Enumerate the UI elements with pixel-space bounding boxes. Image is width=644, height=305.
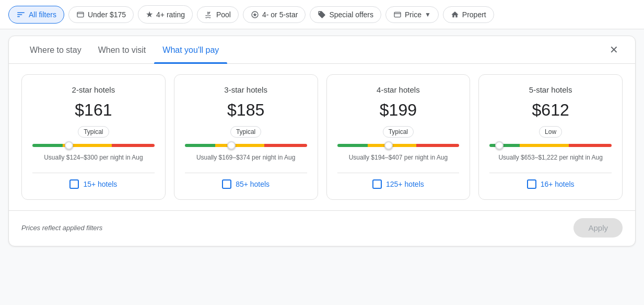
under-175-label: Under $175 bbox=[88, 10, 126, 19]
tab-when-to-visit[interactable]: When to visit bbox=[90, 36, 155, 63]
rating-filter-button[interactable]: ★ 4+ rating bbox=[138, 5, 193, 24]
five-star-checkbox-row: 16+ hotels bbox=[489, 173, 612, 189]
four-star-checkbox-label[interactable]: 125+ hotels bbox=[386, 180, 424, 188]
four-star-range-section: Typical Usually $194–$407 per night in A… bbox=[337, 126, 460, 162]
five-star-note: Usually $653–$1,222 per night in Aug bbox=[498, 153, 602, 162]
pool-filter-button[interactable]: Pool bbox=[197, 6, 239, 23]
tabs-bar: Where to stay When to visit What you'll … bbox=[9, 36, 635, 64]
star-rating-label: 4- or 5-star bbox=[262, 10, 298, 19]
three-star-card: 3-star hotels $185 Typical Usually $169–… bbox=[174, 74, 318, 200]
four-star-note: Usually $194–$407 per night in Aug bbox=[349, 153, 448, 162]
special-offers-filter-button[interactable]: Special offers bbox=[310, 6, 381, 23]
two-star-checkbox-label[interactable]: 15+ hotels bbox=[83, 180, 117, 188]
svg-rect-2 bbox=[394, 12, 401, 17]
apply-button[interactable]: Apply bbox=[573, 218, 623, 238]
tab-where-to-stay[interactable]: Where to stay bbox=[21, 36, 90, 63]
four-star-badge: Typical bbox=[383, 126, 414, 138]
pool-label: Pool bbox=[216, 10, 231, 19]
two-star-card: 2-star hotels $161 Typical Usually $124–… bbox=[21, 74, 166, 200]
all-filters-label: All filters bbox=[29, 10, 56, 19]
rating-label: 4+ rating bbox=[156, 10, 185, 19]
close-button[interactable]: ✕ bbox=[605, 39, 623, 60]
three-star-thumb[interactable] bbox=[227, 141, 236, 150]
two-star-checkbox[interactable] bbox=[69, 179, 79, 189]
five-star-price: $612 bbox=[532, 100, 569, 120]
five-star-title: 5-star hotels bbox=[529, 85, 572, 94]
hotel-cards-container: 2-star hotels $161 Typical Usually $124–… bbox=[9, 64, 635, 210]
special-offers-label: Special offers bbox=[329, 10, 373, 19]
five-star-card: 5-star hotels $612 Low Usually $653–$1,2… bbox=[478, 74, 623, 200]
two-star-note: Usually $124–$300 per night in Aug bbox=[44, 153, 143, 162]
property-filter-button[interactable]: Propert bbox=[443, 6, 494, 23]
five-star-thumb[interactable] bbox=[495, 141, 504, 150]
two-star-price: $161 bbox=[75, 100, 112, 120]
five-star-checkbox-label[interactable]: 16+ hotels bbox=[541, 180, 575, 188]
property-label: Propert bbox=[462, 10, 486, 19]
four-star-checkbox[interactable] bbox=[372, 179, 382, 189]
all-filters-button[interactable]: All filters bbox=[8, 6, 64, 24]
two-star-checkbox-row: 15+ hotels bbox=[32, 173, 155, 189]
four-star-checkbox-row: 125+ hotels bbox=[337, 173, 460, 189]
five-star-range-section: Low Usually $653–$1,222 per night in Aug bbox=[489, 126, 612, 162]
svg-rect-0 bbox=[77, 12, 84, 17]
two-star-slider[interactable] bbox=[32, 144, 155, 147]
home-icon bbox=[451, 10, 459, 19]
five-star-badge: Low bbox=[539, 126, 562, 138]
footer-note: Prices reflect applied filters bbox=[21, 224, 102, 232]
chevron-down-icon: ▼ bbox=[425, 11, 431, 18]
four-star-price: $199 bbox=[380, 100, 417, 120]
three-star-price: $185 bbox=[227, 100, 264, 120]
circle-star-icon bbox=[251, 10, 259, 19]
three-star-checkbox[interactable] bbox=[222, 179, 231, 189]
four-star-title: 4-star hotels bbox=[377, 85, 420, 94]
price-dropdown-button[interactable]: Price ▼ bbox=[385, 6, 439, 23]
filter-bar: All filters Under $175 ★ 4+ rating Pool bbox=[0, 0, 644, 29]
three-star-slider[interactable] bbox=[185, 144, 307, 147]
pool-icon bbox=[205, 10, 213, 19]
photo-icon bbox=[76, 10, 85, 19]
five-star-checkbox[interactable] bbox=[527, 179, 536, 189]
four-star-card: 4-star hotels $199 Typical Usually $194–… bbox=[326, 74, 471, 200]
price-filter-button[interactable]: Under $175 bbox=[68, 6, 134, 23]
three-star-title: 3-star hotels bbox=[224, 85, 267, 94]
price-icon bbox=[393, 10, 402, 19]
three-star-checkbox-row: 85+ hotels bbox=[185, 173, 307, 189]
panel-footer: Prices reflect applied filters Apply bbox=[9, 210, 635, 246]
main-panel: Where to stay When to visit What you'll … bbox=[8, 36, 636, 246]
three-star-note: Usually $169–$374 per night in Aug bbox=[196, 153, 295, 162]
star-icon: ★ bbox=[146, 9, 153, 19]
three-star-badge: Typical bbox=[230, 126, 261, 138]
two-star-range-section: Typical Usually $124–$300 per night in A… bbox=[32, 126, 155, 162]
sliders-icon bbox=[16, 10, 26, 19]
five-star-slider[interactable] bbox=[489, 144, 612, 147]
four-star-slider[interactable] bbox=[337, 144, 460, 147]
two-star-badge: Typical bbox=[78, 126, 109, 138]
two-star-title: 2-star hotels bbox=[72, 85, 115, 94]
three-star-range-section: Typical Usually $169–$374 per night in A… bbox=[185, 126, 307, 162]
four-star-thumb[interactable] bbox=[384, 141, 393, 150]
three-star-checkbox-label[interactable]: 85+ hotels bbox=[236, 180, 270, 188]
tag-icon bbox=[318, 10, 326, 19]
tab-what-youll-pay[interactable]: What you'll pay bbox=[154, 36, 227, 63]
star-rating-filter-button[interactable]: 4- or 5-star bbox=[243, 6, 306, 23]
two-star-thumb[interactable] bbox=[65, 141, 73, 150]
price-label: Price bbox=[405, 10, 421, 19]
